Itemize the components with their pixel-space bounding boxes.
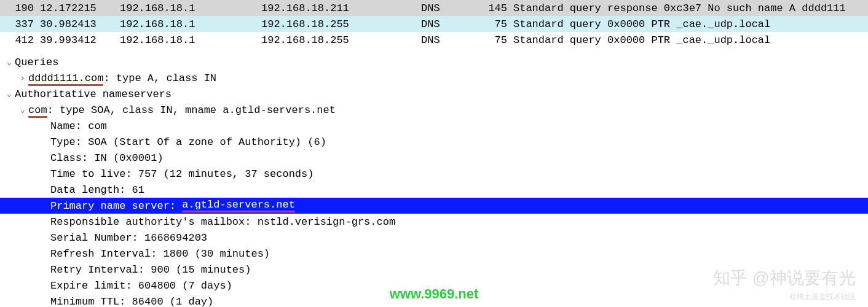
packet-list: 190 12.172215 192.168.18.1 192.168.18.21… bbox=[0, 0, 868, 48]
col-len: 75 bbox=[476, 34, 513, 46]
chevron-down-icon[interactable]: ⌄ bbox=[4, 57, 15, 67]
col-dst: 192.168.18.211 bbox=[261, 2, 421, 14]
tree-item-field[interactable]: Responsible authority's mailbox: nstld.v… bbox=[0, 214, 868, 230]
col-proto: DNS bbox=[421, 18, 476, 30]
field-value: Responsible authority's mailbox: nstld.v… bbox=[50, 216, 395, 228]
tree-item-queries[interactable]: ⌄ Queries bbox=[0, 54, 868, 70]
highlight-server: a.gtld-servers.net bbox=[182, 199, 295, 212]
tree-item-field[interactable]: Retry Interval: 900 (15 minutes) bbox=[0, 262, 868, 278]
chevron-right-icon[interactable]: › bbox=[17, 74, 28, 83]
tree-item-field[interactable]: Data length: 61 bbox=[0, 182, 868, 198]
col-src: 192.168.18.1 bbox=[120, 34, 261, 46]
field-value: Refresh Interval: 1800 (30 minutes) bbox=[50, 248, 270, 260]
col-proto: DNS bbox=[421, 2, 476, 14]
field-value: Type: SOA (Start Of a zone of Authority)… bbox=[50, 136, 326, 148]
packet-details: ⌄ Queries › dddd1111.com: type A, class … bbox=[0, 48, 868, 307]
col-time: 30.982413 bbox=[40, 18, 120, 30]
tree-item-field[interactable]: Minimum TTL: 86400 (1 day) bbox=[0, 293, 868, 307]
field-value: Name: com bbox=[50, 120, 107, 132]
col-info: Standard query response 0xc3e7 No such n… bbox=[513, 2, 868, 14]
col-src: 192.168.18.1 bbox=[120, 2, 261, 14]
col-no: 412 bbox=[6, 34, 40, 46]
tree-label: Authoritative nameservers bbox=[15, 88, 172, 100]
col-len: 75 bbox=[476, 18, 513, 30]
field-value: Time to live: 757 (12 minutes, 37 second… bbox=[50, 168, 314, 180]
col-dst: 192.168.18.255 bbox=[261, 34, 421, 46]
chevron-down-icon[interactable]: ⌄ bbox=[17, 105, 28, 115]
col-time: 12.172215 bbox=[40, 2, 120, 14]
tree-item-field[interactable]: Class: IN (0x0001) bbox=[0, 150, 868, 166]
field-value: Class: IN (0x0001) bbox=[50, 152, 164, 164]
col-info: Standard query 0x0000 PTR _cae._udp.loca… bbox=[513, 18, 868, 30]
field-label: Primary name server: bbox=[50, 200, 182, 212]
tree-item-soa[interactable]: ⌄ com: type SOA, class IN, mname a.gtld-… bbox=[0, 102, 868, 118]
col-time: 39.993412 bbox=[40, 34, 120, 46]
col-dst: 192.168.18.255 bbox=[261, 18, 421, 30]
field-value: Retry Interval: 900 (15 minutes) bbox=[50, 264, 251, 276]
field-value: Data length: 61 bbox=[50, 184, 144, 196]
col-no: 337 bbox=[6, 18, 40, 30]
packet-row[interactable]: 337 30.982413 192.168.18.1 192.168.18.25… bbox=[0, 16, 868, 32]
tree-item-auth-ns[interactable]: ⌄ Authoritative nameservers bbox=[0, 86, 868, 102]
col-len: 145 bbox=[476, 2, 513, 14]
col-src: 192.168.18.1 bbox=[120, 18, 261, 30]
tree-label: com: type SOA, class IN, mname a.gtld-se… bbox=[28, 104, 336, 116]
tree-item-field[interactable]: Time to live: 757 (12 minutes, 37 second… bbox=[0, 166, 868, 182]
field-value: Minimum TTL: 86400 (1 day) bbox=[50, 296, 213, 308]
tree-item-field[interactable]: Refresh Interval: 1800 (30 minutes) bbox=[0, 246, 868, 262]
tree-label: Queries bbox=[15, 56, 58, 68]
tree-item-field[interactable]: Name: com bbox=[0, 118, 868, 134]
packet-row[interactable]: 190 12.172215 192.168.18.1 192.168.18.21… bbox=[0, 0, 868, 16]
tree-label: dddd1111.com: type A, class IN bbox=[28, 72, 216, 84]
packet-row[interactable]: 412 39.993412 192.168.18.1 192.168.18.25… bbox=[0, 32, 868, 48]
highlight-domain: dddd1111.com bbox=[28, 72, 103, 86]
col-proto: DNS bbox=[421, 34, 476, 46]
tree-item-field-selected[interactable]: Primary name server: a.gtld-servers.net bbox=[0, 198, 868, 214]
chevron-down-icon[interactable]: ⌄ bbox=[4, 89, 15, 99]
col-info: Standard query 0x0000 PTR _cae._udp.loca… bbox=[513, 34, 868, 46]
field-value: Serial Number: 1668694203 bbox=[50, 232, 207, 244]
field-value: Expire limit: 604800 (7 days) bbox=[50, 280, 232, 292]
tree-label-suffix: : type SOA, class IN, mname a.gtld-serve… bbox=[47, 104, 336, 116]
tree-item-query[interactable]: › dddd1111.com: type A, class IN bbox=[0, 70, 868, 86]
tree-item-field[interactable]: Type: SOA (Start Of a zone of Authority)… bbox=[0, 134, 868, 150]
tree-label-suffix: : type A, class IN bbox=[103, 72, 216, 84]
highlight-tld: com bbox=[28, 104, 47, 118]
tree-item-field[interactable]: Expire limit: 604800 (7 days) bbox=[0, 278, 868, 293]
tree-item-field[interactable]: Serial Number: 1668694203 bbox=[0, 230, 868, 246]
col-no: 190 bbox=[6, 2, 40, 14]
